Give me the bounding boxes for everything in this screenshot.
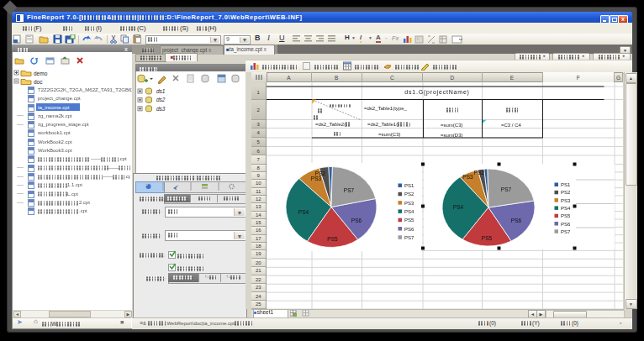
svg-text:PS5: PS5: [482, 235, 493, 241]
svg-text:PS1: PS1: [404, 183, 414, 188]
svg-text:PS2: PS2: [561, 190, 571, 195]
svg-text:PS6: PS6: [351, 218, 362, 223]
svg-text:PS7: PS7: [501, 186, 512, 192]
svg-text:PS5: PS5: [327, 236, 338, 242]
svg-text:PS4: PS4: [298, 209, 309, 215]
svg-text:PS4: PS4: [453, 204, 464, 210]
svg-text:PS1: PS1: [561, 182, 571, 187]
svg-text:PS3: PS3: [462, 174, 473, 180]
svg-text:PS3: PS3: [561, 198, 571, 203]
svg-text:PS2: PS2: [474, 170, 485, 176]
svg-text:PS2: PS2: [404, 191, 414, 197]
svg-text:PS5: PS5: [561, 213, 571, 218]
svg-text:PS3: PS3: [311, 176, 322, 181]
svg-text:PS6: PS6: [404, 227, 414, 232]
svg-text:PS7: PS7: [561, 229, 571, 234]
svg-text:PS4: PS4: [404, 209, 414, 214]
svg-text:PS4: PS4: [561, 206, 571, 211]
svg-text:PS3: PS3: [404, 201, 414, 206]
svg-text:PS5: PS5: [404, 218, 414, 223]
svg-text:PS7: PS7: [404, 235, 414, 240]
svg-text:PS6: PS6: [511, 218, 522, 223]
svg-text:PS7: PS7: [344, 187, 355, 193]
svg-text:PS6: PS6: [561, 222, 571, 227]
